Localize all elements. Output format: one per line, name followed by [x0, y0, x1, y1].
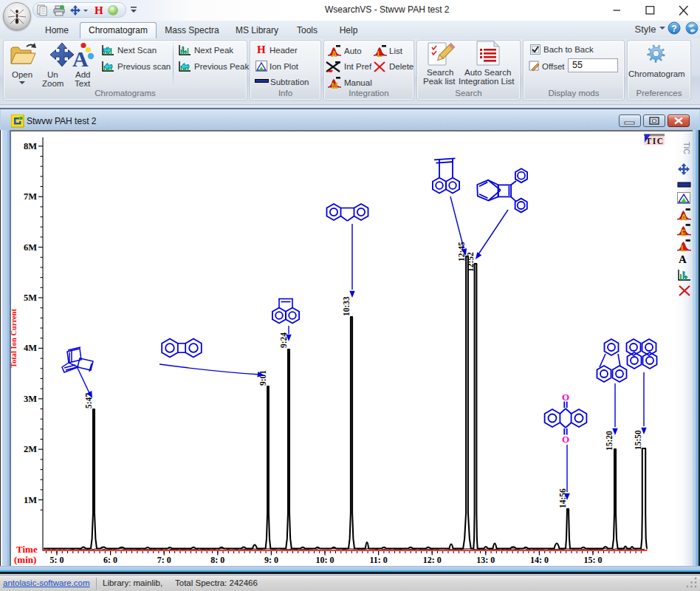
svg-text:14:56: 14:56	[558, 488, 567, 508]
svg-text:A: A	[681, 213, 687, 221]
svg-text:9: 0: 9: 0	[264, 555, 278, 565]
svg-text:8: 0: 8: 0	[210, 555, 224, 565]
svg-text:Total Ion Current: Total Ion Current	[10, 309, 18, 368]
svg-text:L: L	[182, 45, 187, 54]
svg-text:O: O	[562, 392, 569, 403]
svg-text:H: H	[95, 4, 103, 16]
svg-text:M: M	[332, 82, 337, 89]
svg-text:7M: 7M	[24, 191, 37, 202]
svg-text:5M: 5M	[24, 293, 37, 303]
svg-text:10:33: 10:33	[342, 296, 351, 316]
svg-text:15:50: 15:50	[634, 430, 642, 450]
svg-text:TIC: TIC	[682, 142, 691, 154]
svg-text:12: 0: 12: 0	[423, 555, 442, 565]
svg-text:11: 0: 11: 0	[369, 555, 387, 565]
svg-text:13: 0: 13: 0	[476, 555, 495, 565]
svg-text:12:52: 12:52	[466, 252, 475, 272]
svg-text:9:01: 9:01	[258, 370, 267, 386]
svg-text:8M: 8M	[24, 141, 37, 151]
svg-text:E: E	[681, 228, 686, 236]
svg-text:L: L	[681, 244, 686, 252]
svg-text:Time: Time	[16, 544, 38, 555]
svg-text:10: 0: 10: 0	[316, 555, 334, 565]
svg-text:2M: 2M	[24, 444, 37, 454]
svg-text:L: L	[377, 50, 382, 58]
svg-text:O: O	[562, 434, 569, 445]
svg-text:TIC: TIC	[646, 137, 665, 146]
svg-text:1M: 1M	[24, 495, 37, 505]
svg-text:6: 0: 6: 0	[103, 555, 117, 565]
svg-text:4M: 4M	[24, 343, 37, 353]
svg-text:(min): (min)	[14, 554, 36, 565]
svg-text:L: L	[683, 271, 687, 279]
svg-text:15: 0: 15: 0	[584, 555, 603, 565]
svg-text:15:20: 15:20	[605, 431, 614, 451]
svg-text:A: A	[332, 50, 337, 58]
svg-text:3M: 3M	[24, 394, 37, 404]
svg-text:6M: 6M	[24, 242, 37, 253]
svg-text:7: 0: 7: 0	[157, 555, 171, 565]
svg-text:5: 0: 5: 0	[50, 555, 64, 565]
svg-text:14: 0: 14: 0	[530, 555, 549, 565]
